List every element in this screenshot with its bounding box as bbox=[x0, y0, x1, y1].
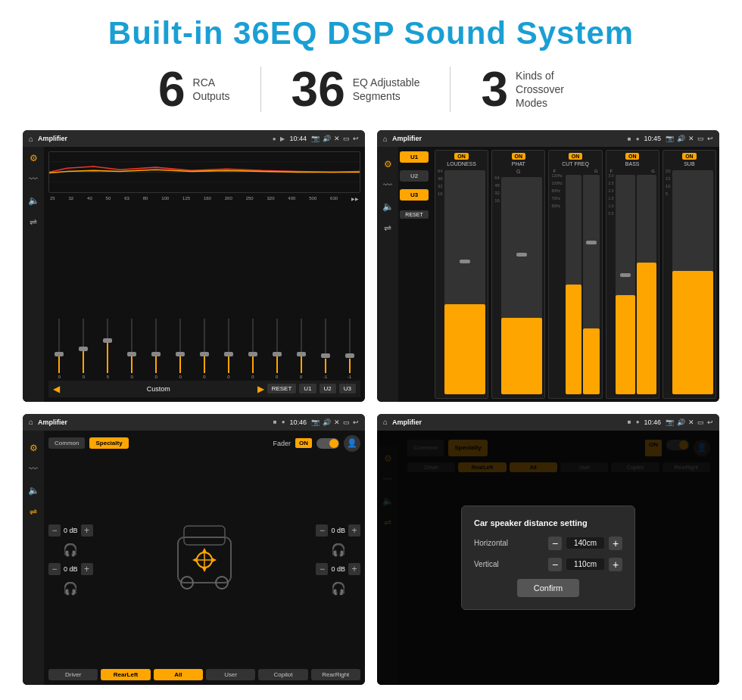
screen4-topbar: ⌂ Amplifier ■ ● 10:46 📷 🔊 ✕ ▭ ↩ bbox=[377, 414, 719, 431]
driver-btn[interactable]: Driver bbox=[48, 669, 98, 680]
camera-icon-3[interactable]: 📷 bbox=[311, 418, 320, 426]
vertical-plus[interactable]: + bbox=[609, 558, 622, 571]
speaker-icon-2[interactable]: 🔈 bbox=[382, 201, 394, 212]
volume-icon-2[interactable]: 🔊 bbox=[677, 135, 685, 142]
bass-on[interactable]: ON bbox=[625, 153, 640, 160]
eq-slider-0[interactable]: 0 bbox=[48, 319, 70, 379]
back-icon-3[interactable]: ↩ bbox=[353, 418, 359, 426]
fader-plus-bl[interactable]: + bbox=[81, 563, 93, 575]
volume-icon-4[interactable]: 🔊 bbox=[677, 418, 685, 426]
horizontal-minus[interactable]: − bbox=[548, 537, 562, 550]
crossover-icon[interactable]: ⇌ bbox=[30, 216, 37, 227]
vertical-minus[interactable]: − bbox=[548, 558, 562, 571]
screen1-time: 10:44 bbox=[289, 135, 307, 142]
sub-on[interactable]: ON bbox=[682, 153, 697, 160]
eq-reset-btn[interactable]: RESET bbox=[267, 384, 297, 394]
eq-slider-11[interactable]: -1 bbox=[314, 319, 336, 379]
window-icon[interactable]: ▭ bbox=[343, 135, 350, 142]
phat-title: PHAT bbox=[512, 161, 525, 166]
fader-plus-br[interactable]: + bbox=[348, 563, 360, 575]
eq-prev-btn[interactable]: ◀ bbox=[53, 384, 60, 394]
eq-icon-3[interactable]: ⚙ bbox=[30, 443, 38, 453]
specialty-btn[interactable]: Specialty bbox=[89, 437, 128, 449]
camera-icon[interactable]: 📷 bbox=[311, 135, 320, 142]
preset-u3[interactable]: U3 bbox=[400, 189, 429, 201]
eq-u1-btn[interactable]: U1 bbox=[299, 384, 316, 394]
stat-crossover-label: Kinds ofCrossover Modes bbox=[516, 69, 584, 110]
wave-icon-2[interactable]: 〰 bbox=[383, 180, 392, 191]
eq-slider-3[interactable]: 0 bbox=[121, 319, 143, 379]
wave-icon[interactable]: 〰 bbox=[29, 174, 38, 185]
eq-slider-6[interactable]: 0 bbox=[194, 319, 216, 379]
eq-slider-4[interactable]: 0 bbox=[145, 319, 167, 379]
screen2-dsp-main: ON LOUDNESS 64483216 bbox=[432, 147, 719, 402]
eq-slider-9[interactable]: 0 bbox=[266, 319, 288, 379]
phat-on[interactable]: ON bbox=[512, 153, 526, 160]
speaker-icon[interactable]: 🔈 bbox=[28, 195, 39, 206]
fader-minus-tr[interactable]: − bbox=[316, 524, 328, 537]
crossover-icon-3[interactable]: ⇌ bbox=[30, 506, 37, 517]
eq-slider-5[interactable]: 0 bbox=[170, 319, 192, 379]
eq-slider-2[interactable]: 5 bbox=[97, 319, 119, 379]
phat-slider[interactable] bbox=[501, 177, 543, 394]
horizontal-plus[interactable]: + bbox=[609, 537, 622, 550]
back-icon-4[interactable]: ↩ bbox=[707, 418, 713, 426]
cutfreq-slider-f[interactable] bbox=[566, 175, 581, 394]
loudness-on[interactable]: ON bbox=[454, 153, 469, 160]
window-icon-4[interactable]: ▭ bbox=[697, 418, 704, 426]
close-icon[interactable]: ✕ bbox=[334, 135, 340, 142]
rear-left-btn[interactable]: RearLeft bbox=[101, 669, 150, 680]
stat-eq-label: EQ AdjustableSegments bbox=[353, 76, 420, 103]
cutfreq-on[interactable]: ON bbox=[569, 153, 583, 160]
window-icon-2[interactable]: ▭ bbox=[697, 135, 704, 142]
cutfreq-slider-g[interactable] bbox=[583, 175, 599, 394]
back-icon-2[interactable]: ↩ bbox=[707, 135, 713, 142]
volume-icon[interactable]: 🔊 bbox=[323, 135, 331, 142]
fader-plus-tr[interactable]: + bbox=[348, 524, 360, 537]
close-icon-2[interactable]: ✕ bbox=[688, 135, 694, 142]
fader-minus-tl[interactable]: − bbox=[48, 524, 61, 537]
rear-right-btn[interactable]: RearRight bbox=[311, 669, 360, 680]
eq-slider-10[interactable]: 0 bbox=[290, 319, 312, 379]
eq-slider-7[interactable]: 0 bbox=[217, 319, 239, 379]
home-icon-4[interactable]: ⌂ bbox=[383, 418, 388, 426]
eq-next-btn[interactable]: ▶ bbox=[257, 384, 264, 394]
home-icon-3[interactable]: ⌂ bbox=[29, 418, 33, 426]
sub-slider[interactable] bbox=[672, 170, 714, 394]
common-btn[interactable]: Common bbox=[48, 437, 85, 449]
camera-icon-4[interactable]: 📷 bbox=[666, 418, 674, 426]
eq-u3-btn[interactable]: U3 bbox=[339, 384, 356, 394]
all-btn[interactable]: All bbox=[154, 669, 203, 680]
eq-icon[interactable]: ⚙ bbox=[30, 153, 38, 163]
eq-slider-1[interactable]: 0 bbox=[73, 319, 95, 379]
camera-icon-2[interactable]: 📷 bbox=[666, 135, 674, 142]
copilot-btn[interactable]: Copilot bbox=[258, 669, 307, 680]
profile-icon[interactable]: 👤 bbox=[344, 435, 360, 452]
user-btn[interactable]: User bbox=[206, 669, 255, 680]
close-icon-4[interactable]: ✕ bbox=[688, 418, 694, 426]
fader-minus-bl[interactable]: − bbox=[48, 563, 61, 575]
bass-slider-f[interactable] bbox=[616, 175, 635, 394]
fader-toggle[interactable] bbox=[316, 438, 339, 449]
volume-icon-3[interactable]: 🔊 bbox=[323, 418, 331, 426]
fader-minus-br[interactable]: − bbox=[316, 563, 328, 575]
preset-u1[interactable]: U1 bbox=[400, 151, 429, 163]
eq-slider-12[interactable]: -1 bbox=[338, 319, 360, 379]
window-icon-3[interactable]: ▭ bbox=[343, 418, 350, 426]
eq-slider-8[interactable]: 0 bbox=[242, 319, 263, 379]
dsp-reset-btn[interactable]: RESET bbox=[400, 210, 429, 219]
bass-slider-g[interactable] bbox=[637, 175, 656, 394]
home-icon[interactable]: ⌂ bbox=[29, 135, 33, 143]
speaker-icon-3[interactable]: 🔈 bbox=[28, 485, 39, 496]
eq-icon-2[interactable]: ⚙ bbox=[384, 159, 392, 170]
home-icon-2[interactable]: ⌂ bbox=[383, 135, 388, 143]
close-icon-3[interactable]: ✕ bbox=[334, 418, 340, 426]
confirm-button[interactable]: Confirm bbox=[517, 579, 580, 597]
fader-plus-tl[interactable]: + bbox=[81, 524, 93, 537]
crossover-icon-2[interactable]: ⇌ bbox=[384, 222, 391, 233]
eq-u2-btn[interactable]: U2 bbox=[320, 384, 336, 394]
loudness-slider[interactable] bbox=[444, 170, 486, 394]
preset-u2[interactable]: U2 bbox=[400, 170, 429, 182]
back-icon[interactable]: ↩ bbox=[353, 135, 359, 142]
wave-icon-3[interactable]: 〰 bbox=[29, 464, 38, 474]
